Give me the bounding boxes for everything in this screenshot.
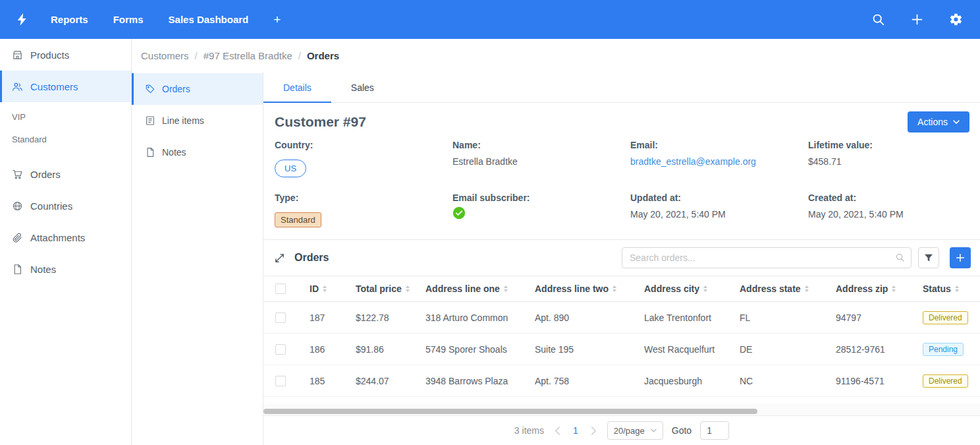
chevron-down-icon: [651, 429, 657, 432]
goto-input[interactable]: [700, 421, 729, 440]
email-link[interactable]: bradtke_estrella@example.org: [630, 156, 756, 167]
nav-item-reports[interactable]: Reports: [51, 14, 88, 25]
navbar-settings-button[interactable]: [949, 13, 963, 26]
chevron-down-icon: [953, 120, 960, 124]
sidebar-item-products[interactable]: Products: [0, 39, 131, 71]
row-checkbox[interactable]: [275, 312, 286, 323]
breadcrumb-item-customer[interactable]: #97 Estrella Bradtke: [204, 50, 292, 61]
actions-button[interactable]: Actions: [908, 111, 969, 133]
file-icon: [145, 147, 155, 158]
chevron-left-icon: [555, 427, 560, 435]
top-navbar: Reports Forms Sales Dashboard +: [0, 0, 980, 39]
type-tag: Standard: [275, 212, 321, 227]
paperclip-icon: [12, 232, 23, 243]
subsidebar-item-label: Line items: [162, 115, 204, 126]
tab-sales[interactable]: Sales: [331, 73, 394, 102]
sidebar-item-label: Orders: [30, 169, 61, 180]
goto-label: Goto: [672, 425, 692, 436]
table-row[interactable]: 186 $91.86 5749 Sporer Shoals Suite 195 …: [263, 334, 980, 365]
next-page-button[interactable]: [589, 427, 599, 435]
field-label: Lifetime value:: [808, 140, 969, 150]
status-badge: Delivered: [923, 311, 968, 324]
column-header-address-state[interactable]: Address state: [740, 283, 821, 294]
subsidebar-item-notes[interactable]: Notes: [132, 136, 263, 168]
column-header-address-line-one[interactable]: Address line one: [425, 283, 520, 294]
main-panel: Details Sales Customer #97 Actions Count…: [263, 73, 980, 445]
sidebar-item-label: Products: [30, 49, 69, 61]
cell-id: 187: [300, 312, 346, 323]
page-size-select[interactable]: 20/page: [607, 421, 663, 440]
sidebar-subitem-standard[interactable]: Standard: [0, 128, 131, 150]
table-header-row: ID Total price Address line one Address …: [263, 276, 980, 302]
country-tag[interactable]: US: [275, 160, 306, 177]
breadcrumb-separator: /: [195, 50, 198, 61]
row-checkbox[interactable]: [275, 344, 286, 355]
navbar-menu: Reports Forms Sales Dashboard +: [51, 13, 281, 26]
sidebar-item-attachments[interactable]: Attachments: [0, 222, 131, 253]
column-header-total-price[interactable]: Total price: [356, 283, 411, 294]
column-header-status[interactable]: Status: [923, 283, 975, 294]
subsidebar-item-line-items[interactable]: Line items: [132, 105, 263, 136]
select-all-checkbox[interactable]: [275, 283, 286, 294]
subsidebar-item-label: Notes: [162, 147, 186, 158]
nav-item-sales-dashboard[interactable]: Sales Dashboard: [169, 14, 249, 25]
field-label: Name:: [452, 140, 630, 150]
cell-address-line-two: Suite 195: [526, 344, 635, 355]
breadcrumb-separator: /: [298, 50, 301, 61]
nav-item-forms[interactable]: Forms: [113, 14, 144, 25]
navbar-search-button[interactable]: [871, 13, 885, 26]
add-order-button[interactable]: [950, 247, 971, 268]
sidebar-item-label: Notes: [30, 264, 56, 275]
field-value: Estrella Bradtke: [452, 156, 630, 167]
field-label: Email:: [630, 140, 808, 150]
page-number-1[interactable]: 1: [571, 425, 580, 436]
horizontal-scrollbar[interactable]: [263, 409, 757, 414]
filter-button[interactable]: [918, 247, 939, 268]
app: Reports Forms Sales Dashboard +: [0, 0, 980, 445]
breadcrumb: Customers / #97 Estrella Bradtke / Order…: [132, 39, 980, 73]
column-header-address-line-two[interactable]: Address line two: [535, 283, 630, 294]
field-email: Email: bradtke_estrella@example.org: [630, 140, 808, 177]
table-row[interactable]: 187 $122.78 318 Arturo Common Apt. 890 L…: [263, 302, 980, 334]
sidebar-subitem-vip[interactable]: VIP: [0, 105, 131, 128]
orders-section-title: Orders: [294, 252, 329, 264]
nav-add-page-button[interactable]: +: [273, 13, 281, 26]
prev-page-button[interactable]: [553, 427, 562, 435]
plus-icon: [910, 13, 924, 26]
list-icon: [145, 115, 155, 126]
orders-toolbar: Orders: [263, 240, 980, 276]
orders-search-input[interactable]: [622, 247, 912, 268]
store-icon: [12, 49, 23, 61]
column-header-address-zip[interactable]: Address zip: [836, 283, 908, 294]
field-label: Type:: [275, 193, 452, 203]
cell-address-line-one: 318 Arturo Common: [416, 312, 526, 323]
column-header-id[interactable]: ID: [310, 283, 341, 294]
pagination: 3 items 1 20/page Goto: [263, 416, 980, 445]
sidebar-item-notes[interactable]: Notes: [0, 253, 131, 285]
cell-id: 185: [300, 376, 346, 386]
navbar-create-button[interactable]: [910, 13, 924, 26]
navbar-actions: [871, 13, 963, 26]
table-row[interactable]: 185 $244.07 3948 Barrows Plaza Apt. 758 …: [263, 365, 980, 397]
subsidebar-item-orders[interactable]: Orders: [132, 73, 263, 105]
cell-address-city: West Racquelfurt: [635, 344, 730, 355]
sort-caret-icon: [323, 285, 327, 292]
sidebar-item-countries[interactable]: Countries: [0, 190, 131, 222]
customer-fields: Country: US Name: Estrella Bradtke Email…: [263, 138, 980, 239]
sidebar-item-label: Attachments: [30, 232, 85, 243]
field-country: Country: US: [275, 140, 452, 177]
sidebar-item-customers[interactable]: Customers: [0, 71, 131, 102]
row-checkbox[interactable]: [275, 376, 286, 386]
expand-table-button[interactable]: [273, 251, 286, 265]
sidebar-item-orders[interactable]: Orders: [0, 158, 131, 190]
breadcrumb-item-customers[interactable]: Customers: [141, 50, 189, 61]
detail-tabs: Details Sales: [263, 73, 980, 103]
field-label: Email subscriber:: [452, 193, 630, 203]
cell-address-zip: 91196-4571: [827, 376, 913, 386]
cart-icon: [12, 169, 23, 180]
tab-details[interactable]: Details: [263, 73, 331, 102]
cell-address-zip: 28512-9761: [827, 344, 913, 355]
app-logo[interactable]: [14, 12, 30, 27]
field-created-at: Created at: May 20, 2021, 5:40 PM: [808, 193, 969, 227]
column-header-address-city[interactable]: Address city: [644, 283, 725, 294]
